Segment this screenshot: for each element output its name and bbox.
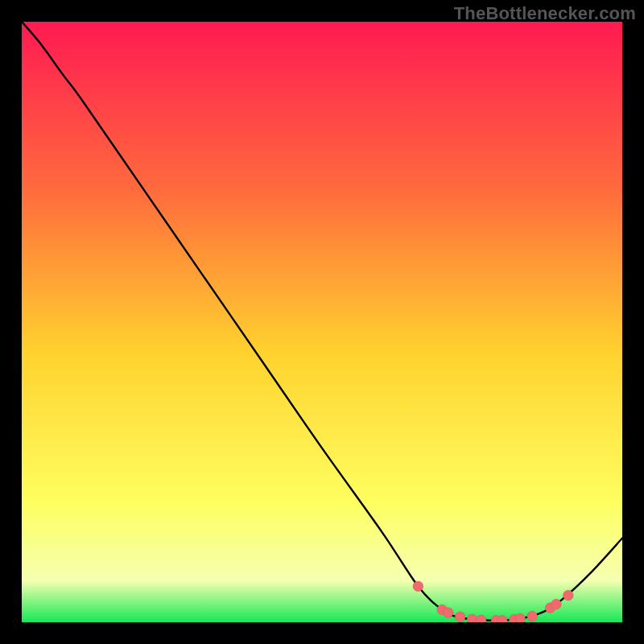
- data-marker: [564, 590, 574, 601]
- bottleneck-chart: [22, 22, 622, 622]
- data-marker: [467, 614, 477, 622]
- chart-frame: TheBottlenecker.com: [0, 0, 644, 644]
- data-marker: [443, 608, 453, 618]
- data-marker: [413, 581, 423, 592]
- data-marker: [551, 599, 562, 609]
- plot-area: [22, 22, 622, 622]
- data-marker: [527, 611, 538, 621]
- data-marker: [455, 612, 465, 622]
- data-marker: [515, 613, 526, 622]
- gradient-background: [22, 22, 622, 622]
- watermark-text: TheBottlenecker.com: [454, 3, 636, 24]
